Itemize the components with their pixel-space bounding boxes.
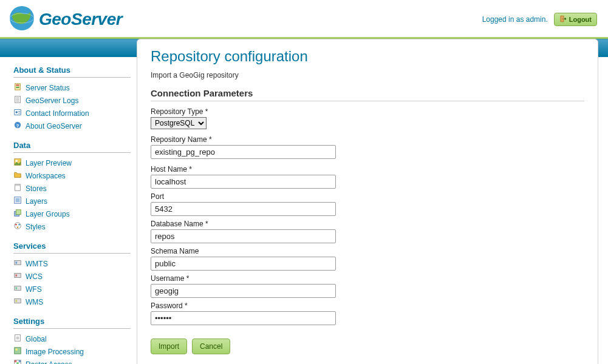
svg-rect-33 — [16, 274, 18, 277]
svg-point-27 — [15, 224, 17, 226]
svg-rect-21 — [15, 184, 21, 186]
sidebar-item-label: Layers — [26, 197, 47, 206]
sidebar-item-layer-groups[interactable]: Layer Groups — [13, 207, 131, 220]
logout-button[interactable]: Logout — [554, 13, 597, 26]
password-input[interactable] — [151, 311, 336, 325]
username-input[interactable] — [151, 284, 336, 298]
sidebar-item-wms[interactable]: WMS — [13, 295, 131, 308]
status-icon — [13, 83, 22, 93]
sidebar-item-about-geoserver[interactable]: ? About GeoServer — [13, 120, 131, 132]
sidebar-item-server-status[interactable]: Server Status — [13, 81, 131, 94]
sidebar-item-layer-preview[interactable]: Layer Preview — [13, 157, 131, 169]
svg-rect-40 — [15, 348, 21, 354]
password-label: Password * — [151, 302, 584, 310]
sidebar-item-label: About GeoServer — [26, 122, 82, 130]
sidebar-item-image-processing[interactable]: Image Processing — [13, 345, 131, 358]
sidebar-item-contact-information[interactable]: Contact Information — [13, 107, 131, 120]
import-button[interactable]: Import — [151, 339, 187, 354]
database-name-input[interactable] — [151, 229, 336, 243]
sidebar-item-label: Server Status — [26, 84, 70, 92]
port-label: Port — [151, 192, 584, 201]
svg-rect-23 — [16, 198, 20, 203]
database-name-label: Database Name * — [151, 220, 584, 228]
image-icon — [13, 346, 22, 357]
service-icon — [13, 271, 22, 281]
svg-rect-25 — [16, 210, 21, 215]
svg-rect-32 — [15, 274, 21, 278]
logged-in-link[interactable]: Logged in as admin. — [482, 15, 548, 24]
repo-name-input[interactable] — [151, 145, 336, 159]
sidebar-item-geoserver-logs[interactable]: GeoServer Logs — [13, 94, 131, 107]
port-input[interactable] — [151, 202, 336, 216]
sidebar-section-settings: Settings — [13, 317, 131, 329]
repo-type-label: Repository Type * — [151, 107, 584, 116]
logout-label: Logout — [569, 16, 592, 23]
svg-rect-44 — [19, 360, 21, 363]
svg-rect-37 — [16, 300, 18, 302]
global-icon — [13, 334, 22, 344]
layer-group-icon — [13, 209, 22, 219]
svg-point-41 — [16, 349, 18, 351]
repo-name-label: Repository Name * — [151, 135, 584, 144]
svg-rect-30 — [15, 261, 21, 265]
sidebar-item-stores[interactable]: Stores — [13, 182, 131, 195]
sidebar-item-styles[interactable]: Styles — [13, 220, 131, 233]
sidebar-item-label: WMS — [26, 298, 43, 306]
sidebar-item-layers[interactable]: Layers — [13, 195, 131, 207]
host-name-label: Host Name * — [151, 165, 584, 174]
service-icon — [13, 297, 22, 307]
door-icon — [559, 15, 567, 24]
svg-point-39 — [16, 336, 19, 339]
service-icon — [13, 258, 22, 269]
svg-rect-34 — [15, 286, 21, 291]
host-name-input[interactable] — [151, 175, 336, 189]
svg-text:?: ? — [16, 123, 19, 129]
service-icon — [13, 284, 22, 294]
style-icon — [13, 221, 22, 232]
svg-rect-43 — [15, 360, 17, 363]
raster-icon — [13, 359, 22, 364]
sidebar-item-label: WMTS — [26, 260, 48, 268]
sidebar-item-label: WCS — [26, 272, 43, 281]
username-label: Username * — [151, 274, 584, 283]
sidebar-item-wmts[interactable]: WMTS — [13, 257, 131, 270]
svg-point-13 — [16, 111, 18, 113]
svg-point-28 — [18, 224, 20, 226]
sidebar: About & Status Server Status GeoServer L… — [0, 57, 137, 364]
sidebar-item-label: GeoServer Logs — [26, 96, 78, 105]
sidebar-item-label: Global — [26, 335, 47, 343]
svg-point-29 — [17, 226, 19, 228]
cancel-button[interactable]: Cancel — [192, 339, 230, 354]
svg-rect-15 — [18, 113, 21, 113]
sidebar-item-global[interactable]: Global — [13, 332, 131, 345]
page-description: Import a GeoGig repository — [151, 71, 584, 79]
svg-point-4 — [562, 18, 563, 19]
header: GeoServer Logged in as admin. Logout — [0, 0, 608, 37]
sidebar-section-services: Services — [13, 241, 131, 254]
svg-rect-35 — [16, 287, 18, 289]
schema-name-input[interactable] — [151, 257, 336, 271]
sidebar-item-label: WFS — [26, 285, 42, 294]
sidebar-item-label: Layer Groups — [26, 210, 70, 218]
repo-type-select[interactable]: PostgreSQL — [151, 117, 207, 129]
svg-rect-14 — [18, 111, 21, 112]
sidebar-item-wfs[interactable]: WFS — [13, 283, 131, 295]
sidebar-item-workspaces[interactable]: Workspaces — [13, 169, 131, 182]
section-title: Connection Parameters — [151, 88, 584, 101]
sidebar-item-raster-access[interactable]: Raster Access — [13, 358, 131, 364]
svg-rect-7 — [16, 87, 19, 88]
brand: GeoServer — [9, 5, 122, 33]
layer-icon — [13, 196, 22, 206]
sidebar-item-label: Stores — [26, 184, 47, 193]
sidebar-item-label: Styles — [26, 223, 46, 231]
sidebar-item-label: Contact Information — [26, 109, 89, 118]
store-icon — [13, 183, 22, 194]
sidebar-item-wcs[interactable]: WCS — [13, 270, 131, 283]
sidebar-item-label: Layer Preview — [26, 159, 72, 167]
contact-icon — [13, 108, 22, 118]
svg-rect-31 — [16, 261, 18, 264]
svg-rect-36 — [15, 299, 21, 303]
svg-rect-6 — [16, 85, 19, 86]
svg-point-19 — [16, 160, 18, 163]
folder-icon — [13, 170, 22, 181]
